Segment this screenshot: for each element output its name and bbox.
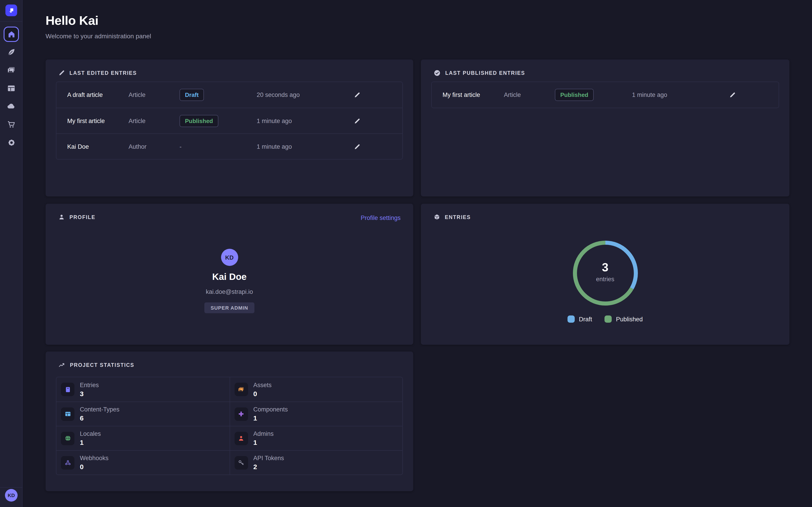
stat-label: Content-Types xyxy=(80,406,119,413)
home-icon xyxy=(7,30,15,39)
images-icon xyxy=(234,383,248,396)
panel-header: LAST PUBLISHED ENTRIES xyxy=(434,69,525,76)
sidebar-divider-bottom xyxy=(0,487,22,488)
entry-name: My first article xyxy=(432,92,504,98)
file-icon xyxy=(61,383,74,396)
profile-panel: PROFILE Profile settings KD Kai Doe kai.… xyxy=(46,204,413,345)
entry-name: A draft article xyxy=(56,92,129,98)
entry-time: 1 minute ago xyxy=(257,117,354,124)
stat-label: Components xyxy=(253,406,288,413)
stat-label: API Tokens xyxy=(253,455,284,461)
chart-legend: Draft Published xyxy=(421,316,790,323)
status-badge: Published xyxy=(555,89,594,101)
panel-header: PROJECT STATISTICS xyxy=(58,361,134,369)
stat-api-tokens: API Tokens 2 xyxy=(230,450,402,474)
stat-label: Assets xyxy=(253,382,271,388)
edit-button[interactable] xyxy=(354,117,372,124)
legend-label: Draft xyxy=(579,316,592,323)
last-published-table: My first article Article Published 1 min… xyxy=(431,81,779,108)
edit-button[interactable] xyxy=(354,143,372,150)
profile-email: kai.doe@strapi.io xyxy=(206,288,253,295)
stat-value: 6 xyxy=(80,414,119,422)
edit-button[interactable] xyxy=(729,92,747,98)
pencil-icon xyxy=(354,92,360,98)
status-badge: Draft xyxy=(180,89,204,101)
entry-type: Article xyxy=(129,117,180,124)
panel-header: LAST EDITED ENTRIES xyxy=(58,69,137,76)
stat-entries: Entries 3 xyxy=(56,377,230,402)
pencil-icon xyxy=(354,117,360,124)
status-empty: - xyxy=(180,143,182,150)
puzzle-icon xyxy=(234,407,248,421)
strapi-logo-icon xyxy=(8,7,15,14)
last-published-entries-panel: LAST PUBLISHED ENTRIES My first article … xyxy=(421,59,790,196)
feather-icon xyxy=(7,48,16,57)
panel-title: LAST EDITED ENTRIES xyxy=(69,70,137,75)
stat-webhooks: Webhooks 0 xyxy=(56,450,230,474)
cloud-icon xyxy=(7,102,16,111)
entry-name: Kai Doe xyxy=(56,143,129,150)
draft-swatch xyxy=(567,316,575,323)
status-badge: Published xyxy=(180,115,218,127)
legend-item-draft: Draft xyxy=(567,316,592,323)
sidebar-item-home[interactable] xyxy=(4,26,19,42)
sidebar-item-content-type-builder[interactable] xyxy=(4,81,19,96)
stat-value: 1 xyxy=(80,439,101,446)
webhook-icon xyxy=(61,456,74,469)
sidebar-item-deploy[interactable] xyxy=(4,99,19,114)
entry-type: Article xyxy=(129,92,180,98)
stat-assets: Assets 0 xyxy=(230,377,402,402)
profile-name: Kai Doe xyxy=(212,271,247,282)
stat-value: 3 xyxy=(80,390,99,397)
dashboard-page: KD Hello Kai Welcome to your administrat… xyxy=(0,0,812,507)
user-avatar[interactable]: KD xyxy=(5,489,17,502)
page-subtitle: Welcome to your administration panel xyxy=(46,33,151,40)
entry-type: Author xyxy=(129,143,180,150)
entry-time: 1 minute ago xyxy=(257,143,354,150)
sidebar-nav xyxy=(0,22,22,150)
pencil-icon xyxy=(729,92,736,98)
stat-label: Webhooks xyxy=(80,455,108,461)
stat-admins: Admins 1 xyxy=(230,426,402,450)
stat-label: Locales xyxy=(80,431,101,437)
stat-label: Entries xyxy=(80,382,99,388)
stat-value: 0 xyxy=(80,463,108,470)
sidebar-item-marketplace[interactable] xyxy=(4,117,19,132)
check-circle-icon xyxy=(434,69,441,76)
entries-panel: ENTRIES 3 entries Draft Published xyxy=(421,204,790,345)
last-edited-entries-panel: LAST EDITED ENTRIES A draft article Arti… xyxy=(46,59,413,196)
sidebar-item-content-manager[interactable] xyxy=(4,45,19,60)
layout-icon xyxy=(7,84,16,93)
published-swatch xyxy=(605,316,612,323)
table-row[interactable]: My first article Article Published 1 min… xyxy=(56,108,402,133)
pencil-icon xyxy=(58,69,65,76)
project-statistics-panel: PROJECT STATISTICS Entries 3 xyxy=(46,351,413,491)
panel-title: ENTRIES xyxy=(445,214,471,220)
sidebar-item-media-library[interactable] xyxy=(4,63,19,78)
panel-title: PROJECT STATISTICS xyxy=(70,362,134,368)
panel-title: PROFILE xyxy=(69,214,95,220)
last-edited-table: A draft article Article Draft 20 seconds… xyxy=(56,81,403,160)
entry-time: 1 minute ago xyxy=(632,92,729,98)
profile-avatar: KD xyxy=(221,249,238,266)
strapi-logo[interactable] xyxy=(5,4,17,16)
table-row[interactable]: A draft article Article Draft 20 seconds… xyxy=(56,82,402,108)
stats-grid: Entries 3 Assets 0 xyxy=(56,377,403,475)
stat-value: 1 xyxy=(253,414,288,422)
sidebar-item-settings[interactable] xyxy=(4,135,19,150)
pencil-icon xyxy=(354,143,360,150)
edit-button[interactable] xyxy=(354,92,372,98)
stat-content-types: Content-Types 6 xyxy=(56,402,230,426)
profile-body: KD Kai Doe kai.doe@strapi.io SUPER ADMIN xyxy=(46,249,413,313)
panel-header: PROFILE xyxy=(58,214,95,220)
entry-type: Article xyxy=(504,92,555,98)
stat-label: Admins xyxy=(253,431,273,437)
profile-settings-link[interactable]: Profile settings xyxy=(361,215,401,221)
table-row[interactable]: My first article Article Published 1 min… xyxy=(432,82,779,108)
panel-title: LAST PUBLISHED ENTRIES xyxy=(445,70,525,76)
stat-value: 2 xyxy=(253,463,284,470)
user-icon xyxy=(234,432,248,445)
globe-icon xyxy=(61,432,74,445)
page-title: Hello Kai xyxy=(46,13,98,28)
table-row[interactable]: Kai Doe Author - 1 minute ago xyxy=(56,133,402,159)
